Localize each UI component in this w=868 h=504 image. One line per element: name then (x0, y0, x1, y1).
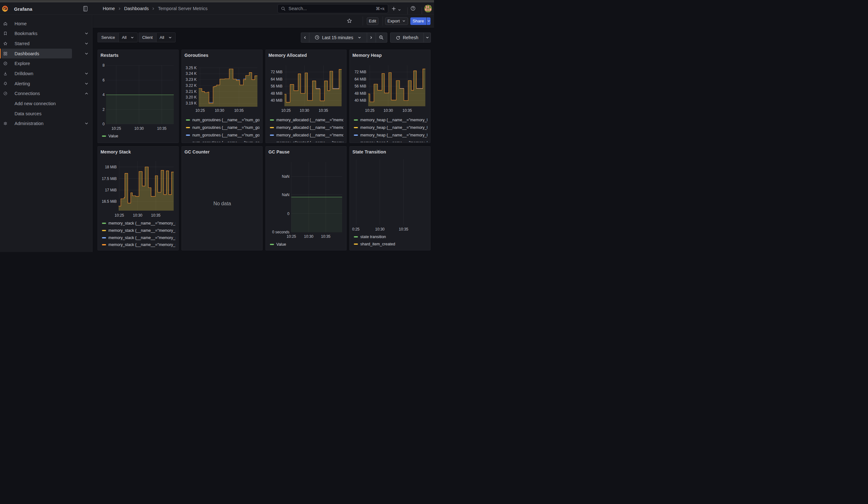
svg-text:48 MiB: 48 MiB (270, 91, 282, 96)
svg-text:40 MiB: 40 MiB (354, 98, 366, 103)
svg-text:10:25: 10:25 (114, 213, 124, 218)
svg-text:8: 8 (102, 63, 104, 68)
svg-text:3.19 K: 3.19 K (186, 101, 197, 105)
svg-text:40 MiB: 40 MiB (270, 98, 282, 103)
svg-text:10:30: 10:30 (133, 213, 142, 218)
svg-text:10:35: 10:35 (399, 227, 408, 232)
svg-text:17.5 MiB: 17.5 MiB (102, 176, 116, 181)
svg-text:10:35: 10:35 (402, 108, 412, 113)
svg-text:16.5 MiB: 16.5 MiB (102, 199, 116, 204)
svg-text:56 MiB: 56 MiB (354, 84, 366, 89)
svg-text:10:30: 10:30 (375, 227, 384, 232)
svg-text:4: 4 (102, 93, 104, 97)
svg-text:64 MiB: 64 MiB (270, 77, 282, 81)
svg-text:10:35: 10:35 (157, 126, 166, 131)
svg-text:10:35: 10:35 (234, 108, 244, 113)
svg-text:10:30: 10:30 (304, 234, 313, 239)
svg-text:3.20 K: 3.20 K (186, 95, 197, 100)
svg-text:3.22 K: 3.22 K (186, 83, 197, 88)
svg-text:NaN: NaN (281, 174, 289, 178)
svg-text:10:30: 10:30 (383, 108, 393, 113)
svg-text:3.25 K: 3.25 K (186, 66, 197, 70)
svg-text:10:35: 10:35 (321, 234, 330, 239)
svg-text:10:30: 10:30 (300, 108, 309, 113)
svg-text:3.23 K: 3.23 K (186, 78, 197, 82)
svg-text:56 MiB: 56 MiB (270, 84, 282, 89)
svg-text:NaN: NaN (281, 192, 289, 197)
svg-text:0: 0 (102, 122, 104, 126)
svg-text:10:25: 10:25 (195, 108, 205, 113)
svg-text:48 MiB: 48 MiB (354, 91, 366, 96)
svg-text:10:30: 10:30 (134, 126, 144, 131)
svg-text:10:25: 10:25 (281, 108, 290, 113)
svg-text:3.21 K: 3.21 K (186, 89, 197, 94)
svg-text:10:25: 10:25 (111, 126, 121, 131)
svg-text:10:25: 10:25 (286, 234, 296, 239)
svg-text:72 MiB: 72 MiB (270, 70, 282, 74)
svg-text:10:35: 10:35 (319, 108, 328, 113)
svg-text:0:25: 0:25 (352, 227, 360, 232)
svg-text:2: 2 (102, 107, 104, 112)
svg-text:6: 6 (102, 78, 104, 82)
svg-text:10:35: 10:35 (151, 213, 161, 218)
svg-text:18 MiB: 18 MiB (105, 165, 116, 169)
svg-text:17 MiB: 17 MiB (105, 188, 116, 192)
svg-text:10:25: 10:25 (365, 108, 374, 113)
svg-text:0: 0 (287, 211, 289, 216)
svg-text:64 MiB: 64 MiB (354, 77, 366, 81)
svg-text:10:30: 10:30 (215, 108, 224, 113)
svg-text:72 MiB: 72 MiB (354, 70, 366, 74)
svg-text:0 seconds: 0 seconds (272, 229, 289, 234)
svg-text:3.24 K: 3.24 K (186, 71, 197, 76)
